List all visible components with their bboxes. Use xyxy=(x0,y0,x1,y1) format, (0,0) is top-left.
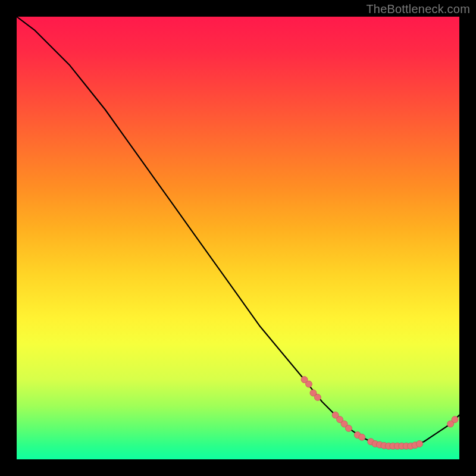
bottleneck-curve xyxy=(17,17,459,446)
curve-marker xyxy=(359,434,365,440)
chart-frame: TheBottleneck.com xyxy=(0,0,476,476)
curve-marker xyxy=(346,425,352,431)
curve-marker xyxy=(452,416,458,423)
curve-markers xyxy=(301,377,458,450)
curve-marker xyxy=(306,381,312,387)
attribution-label: TheBottleneck.com xyxy=(366,2,470,16)
plot-area xyxy=(17,17,459,459)
curve-marker xyxy=(314,394,321,400)
curve-svg xyxy=(17,17,459,459)
curve-marker xyxy=(416,440,423,447)
